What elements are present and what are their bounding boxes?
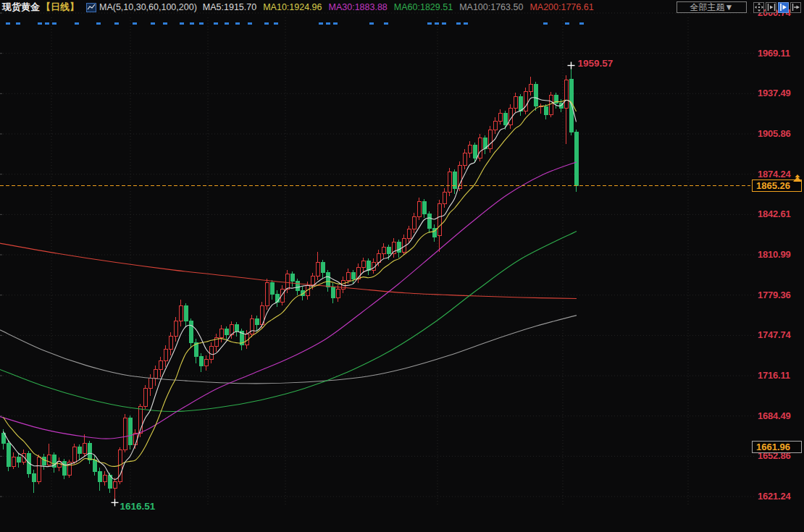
price-axis-label: 1684.49 (758, 410, 791, 421)
price-axis-label: 1905.86 (758, 128, 791, 139)
ma-legend-item: MA5:1915.70 (203, 2, 256, 12)
price-axis-label: 1779.36 (758, 290, 791, 300)
symbol-name: 现货黄金 (2, 1, 40, 14)
price-axis-label: 1747.74 (758, 329, 791, 340)
ma-legend: MA5:1915.70MA10:1924.96MA30:1883.88MA60:… (203, 2, 600, 12)
compress-axis-icon[interactable] (766, 2, 776, 13)
chart-header: 现货黄金 【日线】 MA(5,10,30,60,100,200) MA5:191… (0, 0, 804, 14)
theme-dropdown-button[interactable]: 全部主题▼ (677, 1, 747, 13)
ma-legend-item: MA100:1763.50 (459, 2, 523, 12)
ma-legend-item: MA10:1924.96 (263, 2, 322, 12)
price-axis-label: 1810.99 (758, 249, 791, 260)
svg-text:1616.51: 1616.51 (120, 501, 156, 512)
price-axis-label: 1937.49 (758, 88, 791, 98)
price-axis-label: 1621.24 (758, 491, 791, 502)
price-axis-label: 1716.11 (758, 370, 790, 381)
move-tool-icon[interactable] (753, 2, 764, 13)
timeframe-label[interactable]: 【日线】 (41, 1, 79, 14)
svg-text:1959.57: 1959.57 (578, 58, 614, 69)
ma-settings-label[interactable]: MA(5,10,30,60,100,200) (99, 2, 197, 12)
shift-axis-icon[interactable] (790, 2, 801, 13)
price-axis-label: 1874.24 (758, 169, 791, 180)
expand-axis-icon[interactable] (778, 2, 789, 13)
price-axis-label: 1969.11 (758, 48, 790, 59)
ma-legend-item: MA200:1776.61 (529, 2, 593, 12)
price-axis-label: 1842.61 (758, 208, 791, 219)
ma-legend-item: MA60:1829.51 (394, 2, 453, 12)
ma-legend-item: MA30:1883.88 (329, 2, 388, 12)
candlestick-plot[interactable]: 1959.571616.51 (0, 0, 804, 532)
axis-toolbar (753, 2, 801, 13)
trading-chart-window: 1959.571616.51 现货黄金 【日线】 MA(5,10,30,60,1… (0, 0, 804, 532)
price-axis[interactable]: 2000.741969.111937.491905.861874.241842.… (750, 0, 804, 532)
indicator-chart-icon[interactable] (86, 3, 96, 12)
secondary-price-box: 1661.96 (752, 441, 802, 453)
latest-price-arrow-icon[interactable] (792, 174, 804, 183)
